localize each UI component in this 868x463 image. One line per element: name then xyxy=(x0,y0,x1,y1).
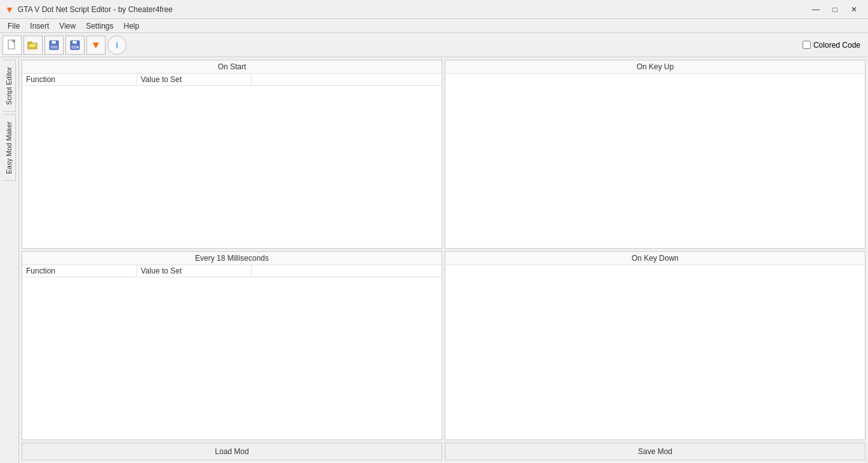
title-text: GTA V Dot Net Script Editor - by Cheater… xyxy=(18,5,173,14)
every-18ms-panel: Every 18 Milliseconds Function Value to … xyxy=(22,251,442,440)
on-start-body[interactable]: Function Value to Set xyxy=(22,74,442,248)
script-editor-tab[interactable]: Script Editor xyxy=(3,60,16,112)
menu-view[interactable]: View xyxy=(54,20,81,32)
menu-settings[interactable]: Settings xyxy=(81,20,118,32)
title-bar: ▼ GTA V Dot Net Script Editor - by Cheat… xyxy=(0,0,868,19)
top-panel-row: On Start Function Value to Set On Key Up xyxy=(22,60,865,249)
on-start-col-extra xyxy=(251,74,442,86)
on-start-header: On Start xyxy=(22,60,442,74)
colored-code-checkbox[interactable] xyxy=(803,41,811,49)
open-button[interactable] xyxy=(24,36,43,55)
on-start-panel: On Start Function Value to Set xyxy=(22,60,442,249)
svg-rect-6 xyxy=(51,41,56,44)
save-button[interactable] xyxy=(44,36,64,55)
colored-code-label: Colored Code xyxy=(813,41,860,50)
load-mod-button[interactable]: Load Mod xyxy=(22,443,442,460)
svg-marker-4 xyxy=(28,43,37,48)
menu-file[interactable]: File xyxy=(3,20,25,32)
on-start-col-function: Function xyxy=(22,74,137,86)
new-button[interactable] xyxy=(3,36,22,55)
svg-rect-9 xyxy=(72,41,77,44)
title-icon: ▼ xyxy=(5,4,14,15)
toolbar: + ▼ i Colored Code xyxy=(0,33,868,57)
toolbar-left: + ▼ i xyxy=(3,36,126,55)
every-18ms-col-value: Value to Set xyxy=(137,265,251,277)
title-bar-left: ▼ GTA V Dot Net Script Editor - by Cheat… xyxy=(5,4,173,15)
bottom-panel-row: Every 18 Milliseconds Function Value to … xyxy=(22,251,865,440)
main-content: On Start Function Value to Set On Key Up xyxy=(19,57,868,463)
on-key-up-body[interactable] xyxy=(445,74,865,248)
close-button[interactable]: ✕ xyxy=(845,3,863,16)
colored-code-area: Colored Code xyxy=(803,41,860,50)
every-18ms-table: Function Value to Set xyxy=(22,265,442,277)
on-key-down-panel: On Key Down xyxy=(445,251,865,440)
maximize-button[interactable]: □ xyxy=(826,3,844,16)
svg-rect-7 xyxy=(50,45,58,49)
side-tab-container: Script Editor Easy Mod Maker xyxy=(0,57,19,463)
save-mod-button[interactable]: Save Mod xyxy=(445,443,865,460)
every-18ms-body[interactable]: Function Value to Set xyxy=(22,265,442,439)
svg-text:+: + xyxy=(77,45,79,49)
info-button[interactable]: i xyxy=(107,36,126,55)
easy-mod-maker-tab[interactable]: Easy Mod Maker xyxy=(3,114,16,181)
every-18ms-header: Every 18 Milliseconds xyxy=(22,252,442,265)
on-start-table: Function Value to Set xyxy=(22,74,442,86)
saveas-button[interactable]: + xyxy=(65,36,85,55)
on-key-up-header: On Key Up xyxy=(445,60,865,74)
menu-help[interactable]: Help xyxy=(119,20,145,32)
every-18ms-col-function: Function xyxy=(22,265,137,277)
gtav-button[interactable]: ▼ xyxy=(86,36,105,55)
button-row: Load Mod Save Mod xyxy=(22,443,865,460)
on-key-down-header: On Key Down xyxy=(445,252,865,265)
menu-insert[interactable]: Insert xyxy=(25,20,54,32)
minimize-button[interactable]: — xyxy=(807,3,825,16)
on-key-up-panel: On Key Up xyxy=(445,60,865,249)
on-key-down-body[interactable] xyxy=(445,265,865,439)
title-controls: — □ ✕ xyxy=(807,3,863,16)
on-start-col-value: Value to Set xyxy=(137,74,251,86)
menu-bar: File Insert View Settings Help xyxy=(0,19,868,33)
every-18ms-col-extra xyxy=(251,265,442,277)
